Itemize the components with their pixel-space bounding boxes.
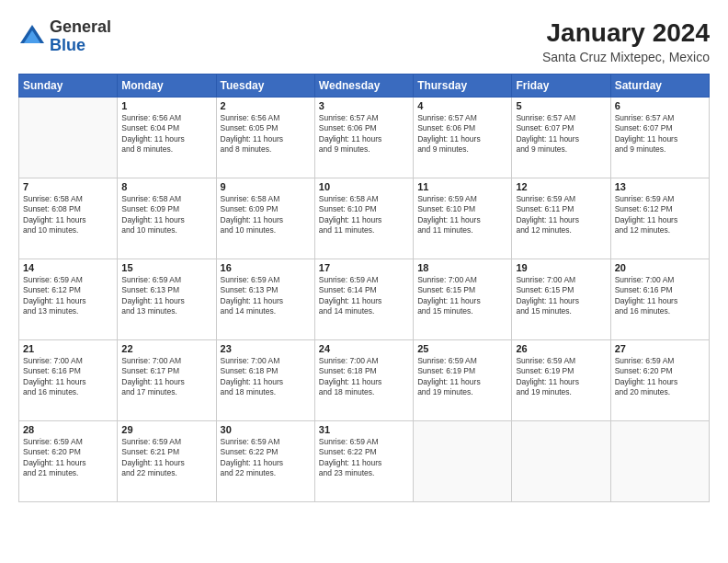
calendar-week-4: 21Sunrise: 7:00 AMSunset: 6:16 PMDayligh… [19, 340, 710, 421]
calendar-cell: 19Sunrise: 7:00 AMSunset: 6:15 PMDayligh… [512, 259, 610, 340]
calendar-header-row: SundayMondayTuesdayWednesdayThursdayFrid… [19, 75, 710, 98]
day-info: Sunrise: 6:56 AMSunset: 6:04 PMDaylight:… [121, 113, 211, 155]
day-number: 15 [121, 262, 211, 273]
calendar-cell [414, 421, 512, 502]
day-number: 19 [516, 262, 606, 273]
day-info: Sunrise: 6:59 AMSunset: 6:21 PMDaylight:… [121, 437, 211, 479]
calendar-cell: 22Sunrise: 7:00 AMSunset: 6:17 PMDayligh… [118, 340, 216, 421]
day-number: 25 [417, 343, 507, 354]
day-info: Sunrise: 6:57 AMSunset: 6:06 PMDaylight:… [319, 113, 409, 155]
calendar: SundayMondayTuesdayWednesdayThursdayFrid… [18, 74, 710, 502]
day-info: Sunrise: 6:59 AMSunset: 6:19 PMDaylight:… [417, 356, 507, 398]
day-info: Sunrise: 6:56 AMSunset: 6:05 PMDaylight:… [221, 113, 311, 155]
day-info: Sunrise: 7:00 AMSunset: 6:18 PMDaylight:… [221, 356, 311, 398]
day-info: Sunrise: 6:57 AMSunset: 6:07 PMDaylight:… [516, 113, 606, 155]
day-info: Sunrise: 6:59 AMSunset: 6:22 PMDaylight:… [221, 437, 311, 479]
day-number: 31 [319, 424, 409, 435]
day-header-sunday: Sunday [19, 75, 118, 98]
calendar-cell: 31Sunrise: 6:59 AMSunset: 6:22 PMDayligh… [314, 421, 413, 502]
day-number: 28 [23, 424, 113, 435]
day-info: Sunrise: 7:00 AMSunset: 6:15 PMDaylight:… [417, 275, 507, 317]
day-number: 29 [121, 424, 211, 435]
day-info: Sunrise: 6:58 AMSunset: 6:09 PMDaylight:… [121, 194, 211, 236]
day-number: 30 [221, 424, 311, 435]
calendar-cell: 27Sunrise: 6:59 AMSunset: 6:20 PMDayligh… [610, 340, 709, 421]
calendar-cell: 21Sunrise: 7:00 AMSunset: 6:16 PMDayligh… [19, 340, 118, 421]
day-info: Sunrise: 6:59 AMSunset: 6:13 PMDaylight:… [121, 275, 211, 317]
title-block: January 2024 Santa Cruz Mixtepec, Mexico [542, 18, 710, 64]
day-info: Sunrise: 6:57 AMSunset: 6:07 PMDaylight:… [615, 113, 705, 155]
calendar-cell: 29Sunrise: 6:59 AMSunset: 6:21 PMDayligh… [118, 421, 216, 502]
day-number: 6 [615, 100, 705, 111]
header: General Blue January 2024 Santa Cruz Mix… [18, 18, 710, 64]
day-info: Sunrise: 6:59 AMSunset: 6:12 PMDaylight:… [23, 275, 113, 317]
day-number: 4 [417, 100, 507, 111]
day-number: 23 [221, 343, 311, 354]
calendar-cell: 23Sunrise: 7:00 AMSunset: 6:18 PMDayligh… [216, 340, 314, 421]
calendar-week-3: 14Sunrise: 6:59 AMSunset: 6:12 PMDayligh… [19, 259, 710, 340]
calendar-cell: 20Sunrise: 7:00 AMSunset: 6:16 PMDayligh… [610, 259, 709, 340]
day-info: Sunrise: 6:59 AMSunset: 6:14 PMDaylight:… [319, 275, 409, 317]
day-number: 22 [121, 343, 211, 354]
logo-blue: Blue [50, 37, 111, 55]
logo-text: General Blue [50, 18, 111, 55]
logo-general: General [50, 18, 111, 37]
day-info: Sunrise: 6:59 AMSunset: 6:13 PMDaylight:… [221, 275, 311, 317]
calendar-cell: 11Sunrise: 6:59 AMSunset: 6:10 PMDayligh… [414, 178, 512, 259]
page: General Blue January 2024 Santa Cruz Mix… [0, 0, 728, 563]
day-number: 3 [319, 100, 409, 111]
calendar-cell: 7Sunrise: 6:58 AMSunset: 6:08 PMDaylight… [19, 178, 118, 259]
logo-icon [18, 23, 46, 51]
day-number: 12 [516, 181, 606, 192]
day-number: 18 [417, 262, 507, 273]
day-info: Sunrise: 7:00 AMSunset: 6:16 PMDaylight:… [615, 275, 705, 317]
day-info: Sunrise: 6:59 AMSunset: 6:12 PMDaylight:… [615, 194, 705, 236]
calendar-cell: 30Sunrise: 6:59 AMSunset: 6:22 PMDayligh… [216, 421, 314, 502]
calendar-week-1: 1Sunrise: 6:56 AMSunset: 6:04 PMDaylight… [19, 98, 710, 178]
day-number: 27 [615, 343, 705, 354]
calendar-cell: 25Sunrise: 6:59 AMSunset: 6:19 PMDayligh… [414, 340, 512, 421]
day-header-saturday: Saturday [610, 75, 709, 98]
calendar-cell: 17Sunrise: 6:59 AMSunset: 6:14 PMDayligh… [314, 259, 413, 340]
calendar-cell: 16Sunrise: 6:59 AMSunset: 6:13 PMDayligh… [216, 259, 314, 340]
day-info: Sunrise: 7:00 AMSunset: 6:18 PMDaylight:… [319, 356, 409, 398]
calendar-cell: 26Sunrise: 6:59 AMSunset: 6:19 PMDayligh… [512, 340, 610, 421]
day-info: Sunrise: 7:00 AMSunset: 6:15 PMDaylight:… [516, 275, 606, 317]
day-number: 9 [221, 181, 311, 192]
calendar-cell: 8Sunrise: 6:58 AMSunset: 6:09 PMDaylight… [118, 178, 216, 259]
location: Santa Cruz Mixtepec, Mexico [542, 50, 710, 64]
logo: General Blue [18, 18, 111, 55]
day-info: Sunrise: 6:59 AMSunset: 6:19 PMDaylight:… [516, 356, 606, 398]
day-info: Sunrise: 6:59 AMSunset: 6:20 PMDaylight:… [615, 356, 705, 398]
day-info: Sunrise: 6:59 AMSunset: 6:10 PMDaylight:… [417, 194, 507, 236]
calendar-cell: 4Sunrise: 6:57 AMSunset: 6:06 PMDaylight… [414, 98, 512, 178]
calendar-cell: 24Sunrise: 7:00 AMSunset: 6:18 PMDayligh… [314, 340, 413, 421]
day-header-tuesday: Tuesday [216, 75, 314, 98]
day-number: 2 [221, 100, 311, 111]
day-number: 16 [221, 262, 311, 273]
calendar-cell: 13Sunrise: 6:59 AMSunset: 6:12 PMDayligh… [610, 178, 709, 259]
calendar-cell [610, 421, 709, 502]
day-number: 10 [319, 181, 409, 192]
day-number: 26 [516, 343, 606, 354]
calendar-cell [512, 421, 610, 502]
calendar-cell: 6Sunrise: 6:57 AMSunset: 6:07 PMDaylight… [610, 98, 709, 178]
calendar-cell: 3Sunrise: 6:57 AMSunset: 6:06 PMDaylight… [314, 98, 413, 178]
day-number: 13 [615, 181, 705, 192]
day-header-wednesday: Wednesday [314, 75, 413, 98]
day-header-monday: Monday [118, 75, 216, 98]
day-info: Sunrise: 6:59 AMSunset: 6:22 PMDaylight:… [319, 437, 409, 479]
day-number: 20 [615, 262, 705, 273]
day-info: Sunrise: 6:59 AMSunset: 6:11 PMDaylight:… [516, 194, 606, 236]
day-number: 11 [417, 181, 507, 192]
day-info: Sunrise: 7:00 AMSunset: 6:17 PMDaylight:… [121, 356, 211, 398]
day-number: 7 [23, 181, 113, 192]
calendar-cell: 2Sunrise: 6:56 AMSunset: 6:05 PMDaylight… [216, 98, 314, 178]
calendar-cell: 1Sunrise: 6:56 AMSunset: 6:04 PMDaylight… [118, 98, 216, 178]
day-number: 5 [516, 100, 606, 111]
calendar-week-5: 28Sunrise: 6:59 AMSunset: 6:20 PMDayligh… [19, 421, 710, 502]
day-number: 14 [23, 262, 113, 273]
calendar-cell: 14Sunrise: 6:59 AMSunset: 6:12 PMDayligh… [19, 259, 118, 340]
month-year: January 2024 [542, 18, 710, 48]
day-info: Sunrise: 6:58 AMSunset: 6:08 PMDaylight:… [23, 194, 113, 236]
